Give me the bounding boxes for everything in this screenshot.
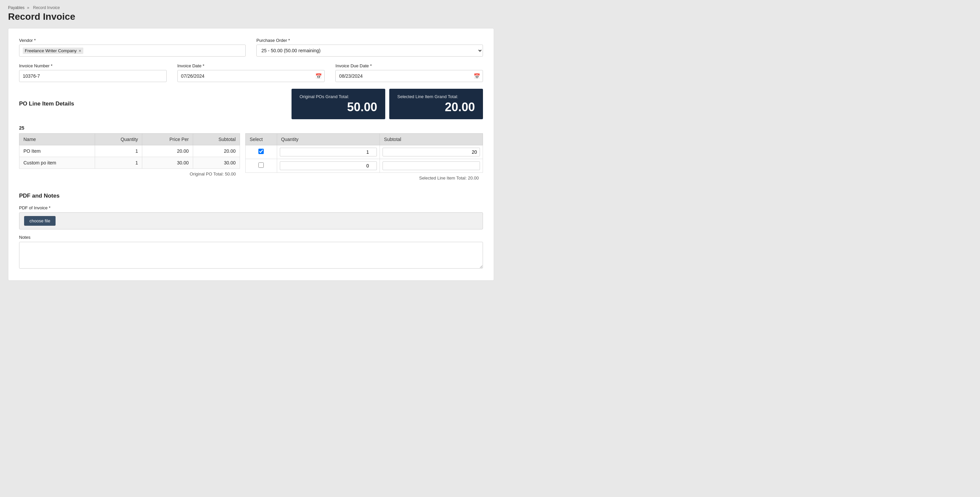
invoice-due-date-group: Invoice Due Date * 📅 (336, 63, 483, 82)
vendor-label: Vendor * (19, 38, 246, 43)
choose-file-button[interactable]: choose file (24, 216, 56, 226)
invoice-due-date-wrapper: 📅 (336, 70, 483, 82)
breadcrumb: Payables » Record Invoice (8, 5, 494, 10)
item-quantity: 1 (95, 157, 142, 169)
item-select-cell[interactable] (246, 159, 277, 172)
pdf-label: PDF of Invoice * (19, 205, 483, 210)
item-sel-subtotal-input[interactable] (383, 161, 480, 170)
item-select-cell[interactable] (246, 145, 277, 159)
item-subtotal: 30.00 (193, 157, 240, 169)
original-total-box: Original POs Grand Total: 50.00 (291, 89, 385, 119)
item-select-checkbox[interactable] (258, 162, 264, 168)
breadcrumb-parent-link[interactable]: Payables (8, 5, 24, 10)
right-col-select: Select (246, 133, 277, 145)
vendor-tag: Freelance Writer Company × (23, 48, 83, 54)
po-line-items-table: Name Quantity Price Per Subtotal PO Item… (19, 133, 240, 179)
po-number: 25 (19, 125, 483, 131)
right-col-subtotal: Subtotal (380, 133, 483, 145)
invoice-number-input[interactable] (19, 70, 167, 82)
notes-label: Notes (19, 235, 483, 240)
right-table-wrap: Select Quantity Subtotal (245, 133, 483, 183)
po-section-header: PO Line Item Details Original POs Grand … (19, 89, 483, 119)
invoice-date-wrapper: 📅 (177, 70, 325, 82)
invoice-number-group: Invoice Number * (19, 63, 167, 82)
file-upload-area: choose file (19, 212, 483, 229)
item-sel-quantity-input[interactable] (280, 161, 377, 170)
col-quantity: Quantity (95, 133, 142, 145)
table-row (246, 159, 483, 172)
selected-line-item-total-footer: Selected Line Item Total: 20.00 (246, 172, 483, 183)
item-name: Custom po item (19, 157, 95, 169)
pdf-notes-title: PDF and Notes (19, 193, 483, 199)
invoice-date-input[interactable] (177, 70, 325, 82)
main-card: Vendor * Freelance Writer Company × Purc… (8, 28, 494, 280)
purchase-order-label: Purchase Order * (256, 38, 483, 43)
breadcrumb-separator: » (27, 5, 29, 10)
item-name: PO Item (19, 145, 95, 157)
table-row (246, 145, 483, 159)
item-sel-quantity-cell[interactable] (277, 145, 380, 159)
pdf-notes-section: PDF and Notes PDF of Invoice * choose fi… (19, 193, 483, 269)
right-col-quantity: Quantity (277, 133, 380, 145)
invoice-number-label: Invoice Number * (19, 63, 167, 68)
purchase-order-select[interactable]: 25 - 50.00 (50.00 remaining) (256, 45, 483, 57)
po-section-title: PO Line Item Details (19, 100, 74, 107)
item-sel-subtotal-cell[interactable] (380, 159, 483, 172)
invoice-date-label: Invoice Date * (177, 63, 325, 68)
item-quantity: 1 (95, 145, 142, 157)
table-row: Custom po item 1 30.00 30.00 (19, 157, 240, 169)
item-price-per: 20.00 (142, 145, 193, 157)
totals-area: Original POs Grand Total: 50.00 Selected… (291, 89, 483, 119)
selected-total-value: 20.00 (445, 100, 475, 114)
purchase-order-group: Purchase Order * 25 - 50.00 (50.00 remai… (256, 38, 483, 57)
item-sel-subtotal-cell[interactable] (380, 145, 483, 159)
vendor-tag-text: Freelance Writer Company (25, 48, 76, 53)
original-total-label: Original POs Grand Total: (299, 94, 349, 99)
item-select-checkbox[interactable] (258, 149, 264, 154)
notes-textarea[interactable] (19, 242, 483, 269)
page-title: Record Invoice (8, 11, 494, 22)
original-total-value: 50.00 (347, 100, 377, 114)
item-sel-subtotal-input[interactable] (383, 148, 480, 156)
item-subtotal: 20.00 (193, 145, 240, 157)
col-subtotal: Subtotal (193, 133, 240, 145)
tables-row: Name Quantity Price Per Subtotal PO Item… (19, 133, 483, 183)
selection-table: Select Quantity Subtotal (245, 133, 483, 183)
vendor-input[interactable]: Freelance Writer Company × (19, 45, 246, 57)
selected-total-label: Selected Line Item Grand Total: (397, 94, 458, 99)
invoice-due-date-input[interactable] (336, 70, 483, 82)
left-table-wrap: Name Quantity Price Per Subtotal PO Item… (19, 133, 240, 179)
breadcrumb-current: Record Invoice (33, 5, 60, 10)
item-sel-quantity-cell[interactable] (277, 159, 380, 172)
item-sel-quantity-input[interactable] (280, 148, 377, 156)
item-price-per: 30.00 (142, 157, 193, 169)
vendor-group: Vendor * Freelance Writer Company × (19, 38, 246, 57)
col-price-per: Price Per (142, 133, 193, 145)
original-po-total-footer: Original PO Total: 50.00 (19, 169, 240, 179)
selected-total-box: Selected Line Item Grand Total: 20.00 (389, 89, 483, 119)
col-name: Name (19, 133, 95, 145)
vendor-tag-remove[interactable]: × (79, 49, 81, 53)
invoice-due-date-label: Invoice Due Date * (336, 63, 483, 68)
invoice-date-group: Invoice Date * 📅 (177, 63, 325, 82)
table-row: PO Item 1 20.00 20.00 (19, 145, 240, 157)
